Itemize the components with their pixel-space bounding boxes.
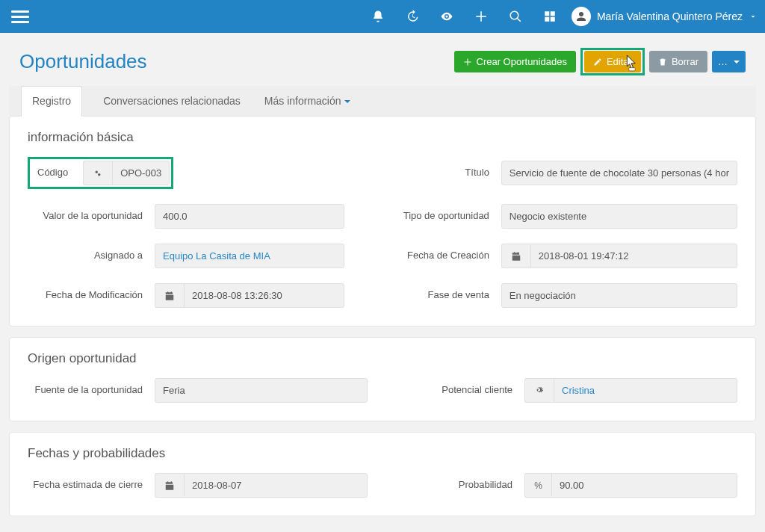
- chevron-down-icon: [749, 12, 758, 21]
- trash-icon: [658, 58, 667, 66]
- user-menu[interactable]: María Valentina Quintero Pérez: [572, 7, 758, 26]
- page-actions: Crear Oportunidades Editar Borrar …: [454, 48, 746, 75]
- user-name: María Valentina Quintero Pérez: [597, 10, 743, 22]
- field-potencial[interactable]: Cristina: [554, 378, 737, 403]
- highlight-edit: Editar: [580, 48, 645, 75]
- row-fecha-mod: Fecha de Modificación 2018-08-08 13:26:3…: [28, 283, 344, 308]
- tab-mas-info[interactable]: Más información: [261, 86, 353, 116]
- field-tipo[interactable]: Negocio existente: [501, 204, 737, 229]
- label-probabilidad: Probabilidad: [397, 479, 524, 492]
- topbar-icons: [371, 10, 557, 23]
- field-codigo[interactable]: OPO-003: [112, 161, 170, 185]
- tab-conversaciones[interactable]: Conversaciones relacionadas: [100, 86, 244, 116]
- label-titulo: Título: [374, 167, 501, 179]
- caret-icon: [344, 100, 350, 103]
- page-header: Oportunidades Crear Oportunidades Editar…: [9, 42, 756, 86]
- edit-label: Editar: [607, 56, 632, 67]
- pencil-icon: [593, 58, 602, 66]
- edit-button[interactable]: Editar: [584, 51, 641, 72]
- panel-origen: Origen oportunidad Fuente de la oportuni…: [9, 337, 756, 421]
- label-fuente: Fuente de la oportunidad: [28, 384, 155, 397]
- field-fecha-cierre[interactable]: 2018-08-07: [184, 473, 368, 498]
- panel-title-fechas: Fechas y probabilidades: [28, 446, 737, 461]
- menu-toggle-icon[interactable]: [11, 7, 29, 25]
- label-potencial: Potencial cliente: [397, 384, 524, 397]
- row-probabilidad: Probabilidad % 90.00: [397, 473, 737, 498]
- create-button[interactable]: Crear Oportunidades: [454, 51, 576, 72]
- panel-title-basic: información básica: [28, 130, 737, 145]
- row-fase: Fase de venta En negociación: [374, 283, 737, 308]
- row-potencial: Potencial cliente Cristina: [397, 378, 737, 403]
- top-navbar: María Valentina Quintero Pérez: [0, 0, 765, 33]
- row-fuente: Fuente de la oportunidad Feria: [28, 378, 368, 403]
- row-codigo: Código OPO-003: [28, 157, 344, 189]
- codigo-addon-icon: [83, 161, 112, 185]
- highlight-codigo: Código OPO-003: [28, 157, 173, 189]
- label-tipo: Tipo de oportunidad: [374, 210, 501, 223]
- page-title: Oportunidades: [19, 50, 147, 73]
- row-fecha-creacion: Fecha de Creación 2018-08-01 19:47:12: [374, 244, 737, 268]
- delete-button[interactable]: Borrar: [649, 51, 707, 72]
- label-fecha-cierre: Fecha estimada de cierre: [28, 479, 155, 492]
- calendar-icon: [501, 244, 530, 268]
- field-fase[interactable]: En negociación: [501, 283, 737, 308]
- label-fecha-mod: Fecha de Modificación: [28, 289, 155, 302]
- create-label: Crear Oportunidades: [477, 56, 567, 67]
- label-valor: Valor de la oportunidad: [28, 210, 155, 223]
- calendar-icon: [155, 473, 184, 498]
- field-fecha-crea[interactable]: 2018-08-01 19:47:12: [530, 244, 737, 268]
- apps-icon[interactable]: [543, 10, 557, 23]
- eye-icon[interactable]: [440, 10, 453, 23]
- field-fecha-mod[interactable]: 2018-08-08 13:26:30: [184, 283, 344, 308]
- row-asignado: Asignado a Equipo La Casita de MIA: [28, 244, 344, 268]
- bell-icon[interactable]: [371, 10, 385, 23]
- row-valor: Valor de la oportunidad 400.0: [28, 204, 344, 229]
- field-asignado[interactable]: Equipo La Casita de MIA: [155, 244, 344, 268]
- panel-title-origen: Origen oportunidad: [28, 351, 737, 366]
- label-fecha-crea: Fecha de Creación: [374, 250, 501, 262]
- row-tipo: Tipo de oportunidad Negocio existente: [374, 204, 737, 229]
- label-fase: Fase de venta: [374, 289, 501, 302]
- label-codigo: Código: [31, 164, 83, 182]
- row-fecha-cierre: Fecha estimada de cierre 2018-08-07: [28, 473, 368, 498]
- field-valor[interactable]: 400.0: [155, 204, 344, 229]
- calendar-icon: [155, 283, 184, 308]
- tabs: Registro Conversaciones relacionadas Más…: [9, 86, 756, 116]
- plus-icon: [463, 58, 472, 66]
- panel-basic-info: información básica Código OPO-003 Título…: [9, 116, 756, 327]
- search-icon[interactable]: [509, 10, 522, 23]
- field-titulo[interactable]: Servicio de fuente de chocolate 30 perso…: [501, 161, 737, 185]
- delete-label: Borrar: [672, 56, 699, 67]
- label-asignado: Asignado a: [28, 250, 155, 262]
- percent-addon: %: [524, 473, 551, 498]
- field-fuente[interactable]: Feria: [155, 378, 368, 403]
- panel-fechas: Fechas y probabilidades Fecha estimada d…: [9, 432, 756, 516]
- more-actions-button[interactable]: …: [712, 51, 746, 72]
- avatar: [572, 7, 591, 26]
- plus-icon[interactable]: [474, 10, 488, 23]
- history-icon[interactable]: [406, 10, 419, 23]
- tab-registro[interactable]: Registro: [21, 86, 82, 117]
- field-probabilidad[interactable]: 90.00: [551, 473, 737, 498]
- gears-icon: [524, 378, 554, 403]
- row-titulo: Título Servicio de fuente de chocolate 3…: [374, 157, 737, 189]
